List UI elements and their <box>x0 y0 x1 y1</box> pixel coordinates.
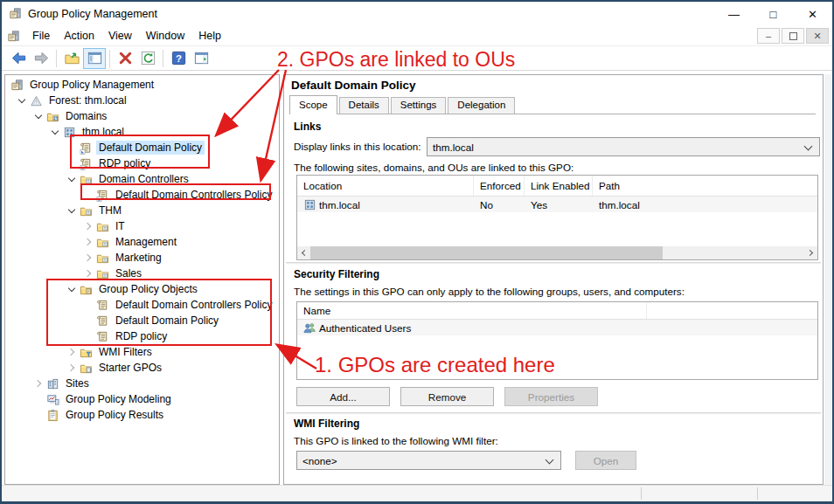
show-console-tree-icon[interactable] <box>83 48 106 69</box>
console-tree: Group Policy ManagementForest: thm.local… <box>5 75 279 423</box>
tree-item[interactable]: IT <box>5 218 279 234</box>
tree-item[interactable]: Default Domain Policy <box>5 313 279 328</box>
tree-item[interactable]: Sites <box>5 376 279 391</box>
help-icon[interactable]: ? <box>167 48 190 69</box>
column-header-link-enabled[interactable]: Link Enabled <box>525 176 593 196</box>
tree-item[interactable]: Marketing <box>5 250 279 266</box>
tab-scope[interactable]: Scope <box>289 95 337 114</box>
tree-item[interactable]: Starter GPOs <box>5 360 279 376</box>
menu-item-file[interactable]: File <box>25 30 57 42</box>
tree-item[interactable]: Group Policy Results <box>5 407 279 423</box>
tree-item[interactable]: Default Domain Controllers Policy <box>5 187 279 203</box>
gpo-icon <box>96 298 113 312</box>
section-divider <box>286 262 821 265</box>
section-divider <box>286 412 821 415</box>
chevron-right-icon[interactable] <box>80 234 96 250</box>
cell-value: thm.local <box>599 199 640 211</box>
chevron-down-icon[interactable] <box>30 108 46 124</box>
tree-item[interactable]: Default Domain Policy <box>5 140 279 155</box>
show-action-pane-icon[interactable] <box>190 48 212 69</box>
chevron-down-icon[interactable] <box>63 171 80 187</box>
close-button[interactable]: ✕ <box>793 2 832 26</box>
column-header-path[interactable]: Path <box>593 176 817 196</box>
location-dropdown-value: thm.local <box>433 142 474 153</box>
location-dropdown[interactable]: thm.local <box>427 137 820 156</box>
wmi-filtering-description: This GPO is linked to the following WMI … <box>294 435 498 446</box>
back-icon[interactable] <box>7 48 30 69</box>
tree-item[interactable]: Management <box>5 234 279 250</box>
wmi-filter-dropdown[interactable]: <none> <box>296 451 561 470</box>
tree-item[interactable]: Forest: thm.local <box>5 93 279 108</box>
links-table: LocationEnforcedLink EnabledPath thm.loc… <box>296 175 818 260</box>
gpo-icon <box>96 314 113 328</box>
tree-item-label: Group Policy Management <box>27 78 156 92</box>
gpo-link-icon <box>96 188 113 202</box>
chevron-right-icon[interactable] <box>80 266 96 281</box>
tree-item[interactable]: Group Policy Modeling <box>5 391 279 407</box>
tab-details[interactable]: Details <box>339 97 389 114</box>
console-tree-pane: Group Policy ManagementForest: thm.local… <box>4 74 280 485</box>
child-window-controls: – ✕ <box>757 28 829 44</box>
menu-item-help[interactable]: Help <box>191 30 228 42</box>
tree-item[interactable]: Group Policy Objects <box>5 281 279 297</box>
tree-item[interactable]: RDP policy <box>5 328 279 344</box>
chevron-down-icon[interactable] <box>63 281 80 297</box>
maximize-button[interactable]: □ <box>754 2 793 26</box>
tree-item[interactable]: THM <box>5 203 279 218</box>
column-header-enforced[interactable]: Enforced <box>474 176 525 196</box>
delete-icon[interactable] <box>114 48 136 69</box>
wmi-filtering-heading: WMI Filtering <box>294 418 359 430</box>
child-minimize-button[interactable]: – <box>757 28 780 44</box>
tree-item[interactable]: Default Domain Controllers Policy <box>5 297 279 313</box>
tree-item[interactable]: RDP policy <box>5 155 279 171</box>
properties-button[interactable]: Properties <box>504 387 598 406</box>
add-button[interactable]: Add... <box>296 387 390 406</box>
child-close-button[interactable]: ✕ <box>806 28 829 44</box>
expander-spacer <box>80 187 96 203</box>
links-table-row[interactable]: thm.localNoYesthm.local <box>297 197 817 212</box>
tree-item-label: Marketing <box>113 251 164 265</box>
tree-item[interactable]: Domains <box>5 108 279 124</box>
chevron-right-icon[interactable] <box>80 250 96 266</box>
tree-item-label: RDP policy <box>113 329 170 343</box>
chevron-right-icon[interactable] <box>63 344 80 360</box>
menu-item-action[interactable]: Action <box>57 30 101 42</box>
forward-icon[interactable] <box>30 48 52 69</box>
tree-item-label: Group Policy Modeling <box>63 392 174 406</box>
tab-settings[interactable]: Settings <box>391 97 447 114</box>
scroll-right-arrow-icon[interactable] <box>804 246 817 259</box>
chevron-right-icon[interactable] <box>80 218 96 234</box>
tree-item-label: Management <box>113 235 179 249</box>
child-restore-button[interactable] <box>782 28 804 44</box>
results-icon <box>46 408 63 422</box>
links-horizontal-scrollbar[interactable] <box>297 246 817 259</box>
tab-delegation[interactable]: Delegation <box>448 97 515 114</box>
remove-button[interactable]: Remove <box>400 387 494 406</box>
chevron-down-icon[interactable] <box>13 93 30 108</box>
chevron-right-icon[interactable] <box>63 360 80 376</box>
column-header-location[interactable]: Location <box>297 176 474 196</box>
open-button[interactable]: Open <box>575 451 636 470</box>
scrollbar-thumb[interactable] <box>310 246 663 259</box>
menu-item-view[interactable]: View <box>101 30 139 42</box>
security-list-row[interactable]: Authenticated Users <box>297 320 817 335</box>
column-header-name[interactable]: Name <box>297 302 647 319</box>
tree-item[interactable]: thm.local <box>5 124 279 140</box>
up-one-level-icon[interactable] <box>60 48 83 69</box>
scroll-left-arrow-icon[interactable] <box>297 246 310 259</box>
chevron-right-icon[interactable] <box>30 376 46 391</box>
tree-item[interactable]: Sales <box>5 266 279 281</box>
gpm-app-icon <box>7 30 20 43</box>
domains-folder-icon <box>46 109 63 123</box>
menu-item-window[interactable]: Window <box>139 30 191 42</box>
tree-item[interactable]: WMI Filters <box>5 344 279 360</box>
chevron-down-icon[interactable] <box>46 124 63 140</box>
chevron-down-icon[interactable] <box>63 203 80 218</box>
minimize-button[interactable]: — <box>714 2 754 26</box>
tree-item[interactable]: Domain Controllers <box>5 171 279 187</box>
security-entry-label: Authenticated Users <box>319 322 411 334</box>
tree-item-label: RDP policy <box>96 156 153 170</box>
refresh-icon[interactable] <box>136 48 159 69</box>
forest-icon <box>30 93 46 107</box>
tree-item[interactable]: Group Policy Management <box>5 77 279 93</box>
